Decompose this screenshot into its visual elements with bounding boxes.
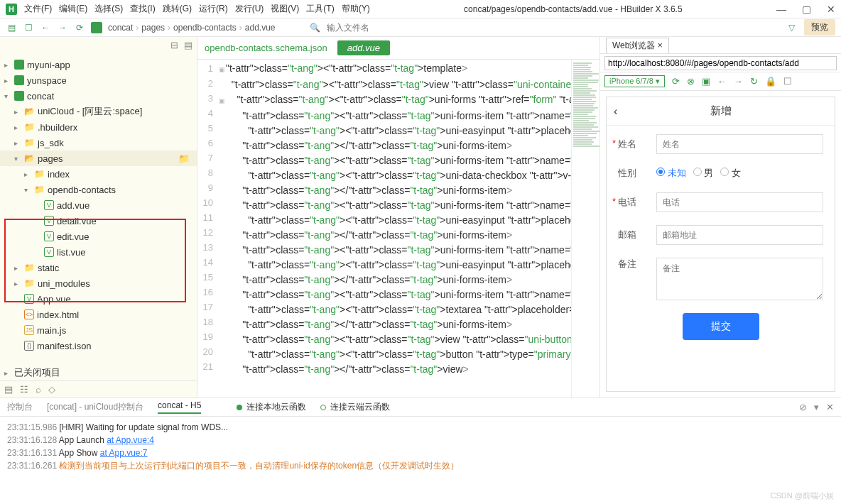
input-name[interactable] [656,134,823,154]
close-icon[interactable]: ✕ [827,4,835,15]
tree-node[interactable]: V detail.vue [0,213,197,229]
db-icon[interactable]: ◇ [48,384,55,395]
new-project-icon[interactable]: ▤ [6,22,17,33]
refresh-icon[interactable]: ⟳ [74,22,85,33]
label-email: 邮箱 [618,229,649,241]
back-icon[interactable]: ← [40,22,51,33]
browser-panel: Web浏览器 × iPhone 6/7/8 ▾ ⟳ ⊗ ▣ ← → ↻ 🔒 ☐ … [599,37,841,398]
refresh2-icon[interactable]: ↻ [750,76,758,87]
nav-back-icon[interactable]: ← [717,76,727,87]
copyright: CSDN @前端小娱 [771,491,834,501]
search-panel-icon[interactable]: ⌕ [36,384,41,395]
devtool-icon[interactable]: ⊗ [687,76,695,87]
reload-icon[interactable]: ⟳ [672,76,680,87]
input-phone[interactable] [656,192,823,212]
tab-addvue[interactable]: add.vue [337,40,390,55]
console-min-icon[interactable]: ▾ [814,402,819,412]
tree-node[interactable]: V list.vue [0,244,197,260]
menu-item[interactable]: 文件(F) [24,3,52,15]
search-icon[interactable]: 🔍 [310,22,321,33]
tree-node[interactable]: ▸📁 js_sdk [0,135,197,150]
input-email[interactable] [656,225,823,245]
input-remark[interactable] [656,258,823,300]
tree-node[interactable]: V App.vue [0,291,197,307]
tree-node[interactable]: ▾ concat [0,88,197,104]
menu-item[interactable]: 运行(R) [199,3,228,15]
layout-icon[interactable]: ▤ [4,384,13,395]
tree-node[interactable]: V add.vue [0,197,197,213]
save-icon[interactable]: ☐ [23,22,34,33]
lock-icon[interactable]: 🔒 [765,76,776,87]
expand-icon[interactable]: ▤ [184,40,192,50]
tree-node[interactable]: JS main.js [0,322,197,338]
preview-button[interactable]: 预览 [804,19,835,35]
breadcrumb: concat› pages› opendb-contacts› add.vue [108,23,276,33]
radio-male[interactable]: 男 [693,167,714,180]
project-sidebar: ⊟ ▤ ▸ myuni-app▸ yunspace▾ concat▸📂 uniC… [0,37,197,398]
closed-projects[interactable]: 已关闭项目 [14,366,60,379]
label-gender: 性别 [618,167,649,180]
tree-node[interactable]: V edit.vue [0,229,197,244]
tree-node[interactable]: ▸📁 static [0,260,197,275]
console-tab-h5[interactable]: concat - H5 [158,400,201,414]
filter-icon[interactable]: ▽ [786,22,797,33]
tree-node[interactable]: ▸📂 uniCloud - [阿里云:space] [0,104,197,119]
console-panel: 控制台 [concat] - uniCloud控制台 concat - H5 连… [0,398,841,504]
project-icon[interactable] [91,22,102,33]
browser-tab[interactable]: Web浏览器 × [606,38,669,53]
tree-node[interactable]: ▸ myuni-app [0,57,197,72]
app-logo: H [6,4,17,15]
tree-node[interactable]: ▾📁 opendb-contacts [0,182,197,197]
collapse-icon[interactable]: ⊟ [170,40,178,50]
screenshot-icon[interactable]: ▣ [702,76,710,87]
forward-icon[interactable]: → [57,22,68,33]
console-close-icon[interactable]: ✕ [826,402,834,412]
menu-item[interactable]: 帮助(Y) [342,3,370,15]
tree-node[interactable]: <> index.html [0,307,197,322]
back-button[interactable]: ‹ [614,105,617,118]
radio-unknown[interactable]: 未知 [656,167,686,180]
console-clear-icon[interactable]: ⊘ [799,402,807,412]
toolbar: ▤ ☐ ← → ⟳ concat› pages› opendb-contacts… [0,18,841,37]
console-tab-unicloud[interactable]: [concat] - uniCloud控制台 [47,401,143,413]
close-tab-icon[interactable]: × [658,40,663,50]
tree-node[interactable]: ▸ yunspace [0,72,197,88]
console-icon[interactable]: ☷ [20,384,28,395]
max-icon[interactable]: ▢ [802,4,811,15]
menu-item[interactable]: 选择(S) [94,3,123,15]
code-area[interactable]: ▣"t-attr">class="t-ang"><"t-attr">class=… [219,60,571,398]
tree-node[interactable]: ▸📁 .hbuilderx [0,119,197,135]
tab-schema[interactable]: opendb-contacts.schema.json [205,43,327,53]
menu-item[interactable]: 查找(I) [130,3,155,15]
menu-item[interactable]: 发行(U) [235,3,264,15]
label-name: 姓名 [618,138,649,150]
window-title: concat/pages/opendb-contacts/add.vue - H… [464,4,683,14]
url-input[interactable] [604,56,837,70]
menubar: H 文件(F) 编辑(E) 选择(S) 查找(I) 跳转(G) 运行(R) 发行… [0,0,841,18]
bookmark-icon[interactable]: ☐ [783,76,792,87]
file-search-input[interactable] [327,23,412,33]
menu-item[interactable]: 视图(V) [271,3,299,15]
tree-node[interactable]: ▾📂 pages [0,150,197,166]
editor: opendb-contacts.schema.json add.vue 1234… [197,37,599,398]
nav-fwd-icon[interactable]: → [734,76,743,87]
menu-item[interactable]: 跳转(G) [163,3,192,15]
phone-preview: ‹ 新增 姓名 性别 未知 男 女 电话 邮箱 备注 提交 [606,97,835,392]
submit-button[interactable]: 提交 [683,313,759,340]
device-select[interactable]: iPhone 6/7/8 ▾ [604,75,665,87]
label-remark: 备注 [618,258,649,270]
tree-node[interactable]: ▸📁 index [0,166,197,182]
tree-node[interactable]: ▸📁 uni_modules [0,275,197,291]
menu-item[interactable]: 编辑(E) [59,3,87,15]
minimap[interactable] [571,60,599,398]
page-title: 新增 [710,104,732,118]
tree-node[interactable]: {} manifest.ison [0,338,197,354]
label-phone: 电话 [618,196,649,209]
min-icon[interactable]: — [776,4,786,15]
menu-item[interactable]: 工具(T) [306,3,334,15]
console-tab-main[interactable]: 控制台 [7,401,33,413]
radio-female[interactable]: 女 [720,167,741,180]
